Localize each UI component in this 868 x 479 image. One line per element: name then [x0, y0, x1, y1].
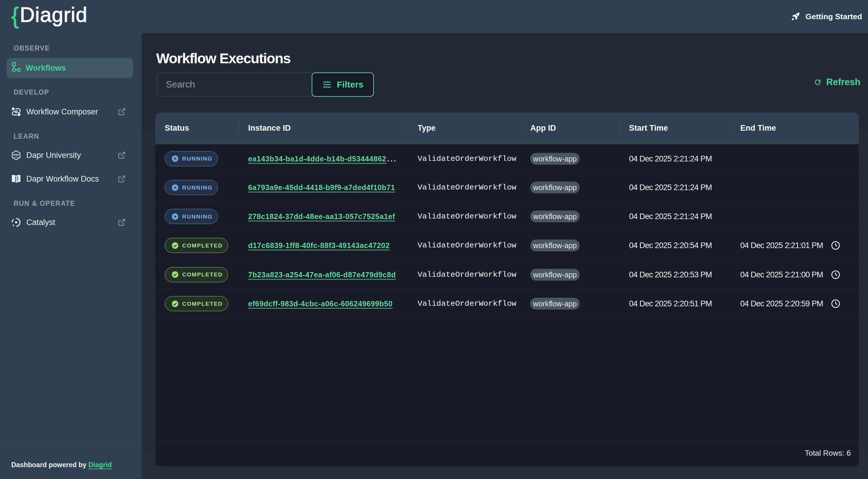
svg-text:University: University [13, 156, 20, 158]
svg-text:dapr: dapr [13, 153, 19, 156]
